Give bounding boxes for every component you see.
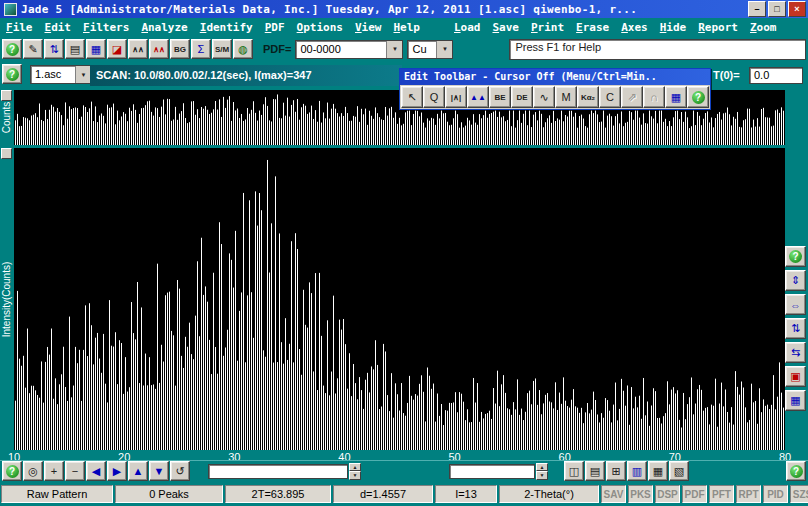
profile-fit-icon[interactable]: Σ — [191, 39, 211, 59]
menu-item-print[interactable]: Print — [525, 21, 570, 34]
help-icon[interactable]: ? — [687, 86, 709, 108]
spin-down-icon[interactable]: ▼ — [536, 471, 548, 480]
pan-y-icon[interactable]: ⇅ — [785, 318, 806, 339]
spin-up-icon[interactable]: ▲ — [536, 463, 548, 472]
background-icon[interactable]: BG — [170, 39, 190, 59]
menu-item-view[interactable]: View — [349, 21, 388, 34]
sort-files-icon[interactable]: ⇅ — [44, 39, 64, 59]
pan-left-icon[interactable]: ◀ — [86, 461, 106, 481]
help-icon[interactable]: ? — [785, 246, 806, 267]
overlay-mode-icon[interactable]: ◫ — [564, 461, 584, 481]
pan-x-icon[interactable]: ⇆ — [785, 342, 806, 363]
kalpha2-icon[interactable]: Kα₂ — [577, 86, 599, 108]
edit-data-icon[interactable]: DE — [511, 86, 533, 108]
axes-icon[interactable]: ▥ — [627, 461, 647, 481]
reset-view-icon[interactable]: ↺ — [170, 461, 190, 481]
print-icon[interactable]: ▤ — [65, 39, 85, 59]
menu-item-axes[interactable]: Axes — [615, 21, 654, 34]
tile-view-icon[interactable]: ▦ — [785, 390, 806, 411]
edit-pattern-icon[interactable]: ✎ — [23, 39, 43, 59]
calibration-icon[interactable]: C — [599, 86, 621, 108]
edit-background-icon[interactable]: BE — [489, 86, 511, 108]
scale-x-icon[interactable]: ⇔ — [785, 294, 806, 315]
minimize-button[interactable]: – — [748, 1, 766, 17]
help-icon[interactable]: ? — [786, 461, 806, 481]
cursor-mode-icon[interactable]: ↖ — [401, 86, 423, 108]
spin-down-icon[interactable]: ▼ — [349, 471, 361, 480]
menu-item-zoom[interactable]: Zoom — [744, 21, 783, 34]
menu-item-load[interactable]: Load — [448, 21, 487, 34]
status-flag-pks[interactable]: PKS — [628, 485, 653, 503]
zoom-mode-icon[interactable]: Q — [423, 86, 445, 108]
status-flag-szs[interactable]: SZS — [790, 485, 808, 503]
menu-item-file[interactable]: File — [0, 21, 39, 34]
find-peaks-icon[interactable]: ∧∧ — [128, 39, 148, 59]
status-flag-dsp[interactable]: DSP — [655, 485, 680, 503]
two-theta-zero-field[interactable]: 0.0 — [749, 67, 803, 84]
main-handle-button[interactable] — [1, 148, 12, 159]
spin-up-icon[interactable]: ▲ — [349, 463, 361, 472]
menu-item-pdf[interactable]: PDF — [259, 21, 291, 34]
pan-right-icon[interactable]: ▶ — [107, 461, 127, 481]
x-zoom-spinner[interactable]: ▲ ▼ — [349, 463, 361, 480]
maximize-button[interactable]: □ — [768, 1, 786, 17]
chevron-down-icon[interactable]: ▼ — [436, 41, 452, 58]
y-zoom-slider[interactable] — [449, 464, 535, 479]
status-flag-pft[interactable]: PFT — [709, 485, 734, 503]
menu-item-filters[interactable]: Filters — [77, 21, 135, 34]
grid-icon[interactable]: ▦ — [648, 461, 668, 481]
tile-windows-icon[interactable]: ▦ — [665, 86, 687, 108]
main-toolbar: ?✎⇅▤▦◪∧∧∧∧BGΣS/M◍ PDF= 00-0000 ▼ Cu ▼ Pr… — [0, 36, 808, 62]
edit-toolbar-window[interactable]: Edit Toolbar - Cursor Off (Menu/Ctrl=Min… — [399, 68, 711, 110]
file-combo[interactable]: 1.asc ▼ — [30, 65, 92, 84]
pan-up-icon[interactable]: ▲ — [128, 461, 148, 481]
zoom-box-icon[interactable]: ⊞ — [606, 461, 626, 481]
help-icon[interactable]: ? — [2, 64, 22, 84]
status-flag-sav[interactable]: SAV — [601, 485, 626, 503]
menu-item-help[interactable]: Help — [387, 21, 426, 34]
zoom-in-icon[interactable]: + — [44, 461, 64, 481]
y-zoom-spinner[interactable]: ▲ ▼ — [536, 463, 548, 480]
status-flag-pid[interactable]: PID — [763, 485, 788, 503]
main-pattern-chart[interactable] — [14, 148, 785, 450]
fill-peaks-icon[interactable]: ▲▲ — [467, 86, 489, 108]
cursor-track-icon[interactable]: ◎ — [23, 461, 43, 481]
menu-item-report[interactable]: Report — [692, 21, 744, 34]
menu-item-options[interactable]: Options — [291, 21, 349, 34]
stack-mode-icon[interactable]: ▤ — [585, 461, 605, 481]
menu-item-save[interactable]: Save — [486, 21, 525, 34]
fit-range-icon[interactable]: ∩ — [643, 86, 665, 108]
menu-item-edit[interactable]: Edit — [39, 21, 78, 34]
web-icon[interactable]: ◍ — [233, 39, 253, 59]
smooth-filter-icon[interactable]: S/M — [212, 39, 232, 59]
erase-icon[interactable]: ◪ — [107, 39, 127, 59]
main-pattern-canvas[interactable] — [14, 148, 785, 450]
chevron-down-icon[interactable]: ▼ — [386, 41, 402, 58]
menu-item-analyze[interactable]: Analyze — [135, 21, 193, 34]
full-scale-icon[interactable]: ▣ — [785, 366, 806, 387]
x-zoom-slider[interactable] — [208, 464, 348, 479]
help-icon[interactable]: ? — [2, 461, 22, 481]
edit-toolbar-title[interactable]: Edit Toolbar - Cursor Off (Menu/Ctrl=Min… — [400, 69, 710, 85]
close-button[interactable]: × — [788, 1, 806, 17]
status-flag-pdf[interactable]: PDF — [682, 485, 707, 503]
overview-handle-button[interactable] — [1, 90, 12, 101]
zoom-out-icon[interactable]: − — [65, 461, 85, 481]
shift-correct-icon[interactable]: ⇗ — [621, 86, 643, 108]
fwhm-cursor-icon[interactable]: |∧| — [445, 86, 467, 108]
strip-ka2-icon[interactable]: M — [555, 86, 577, 108]
status-flag-rpt[interactable]: RPT — [736, 485, 761, 503]
smooth-data-icon[interactable]: ∿ — [533, 86, 555, 108]
anode-combo[interactable]: Cu ▼ — [407, 40, 453, 59]
pdf-combo[interactable]: 00-0000 ▼ — [295, 40, 403, 59]
menu-item-identify[interactable]: Identify — [194, 21, 259, 34]
chevron-down-icon[interactable]: ▼ — [75, 66, 91, 83]
report-view-icon[interactable]: ▧ — [669, 461, 689, 481]
pan-down-icon[interactable]: ▼ — [149, 461, 169, 481]
save-icon[interactable]: ▦ — [86, 39, 106, 59]
menu-item-hide[interactable]: Hide — [654, 21, 693, 34]
scale-y-icon[interactable]: ⇕ — [785, 270, 806, 291]
peak-id-icon[interactable]: ∧∧ — [149, 39, 169, 59]
help-icon[interactable]: ? — [2, 39, 22, 59]
menu-item-erase[interactable]: Erase — [570, 21, 615, 34]
